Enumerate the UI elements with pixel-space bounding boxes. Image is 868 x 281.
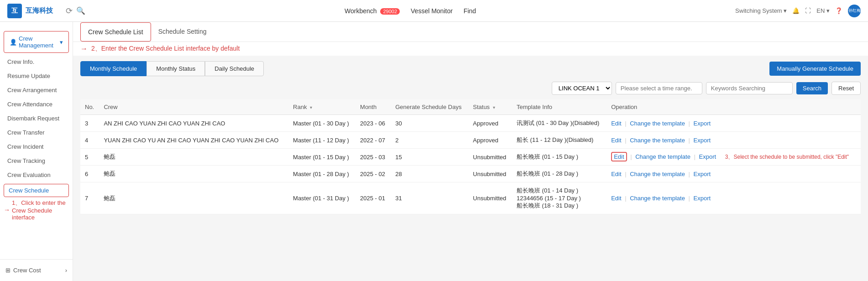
avatar[interactable]: 孙红梅 <box>848 5 861 17</box>
tab-schedule-setting[interactable]: Schedule Setting <box>151 22 214 42</box>
table-row: 5 鲍磊 Master (01 - 15 Day ) 2025 - 03 15 … <box>80 149 861 166</box>
lang-selector[interactable]: EN ▾ <box>816 7 830 14</box>
annotation-row: → 2、Enter the Crew Schedule List interfa… <box>73 42 868 56</box>
search-button[interactable]: Search <box>796 82 828 94</box>
arrow-sidebar-icon: → <box>4 206 10 213</box>
reset-button[interactable]: Reset <box>831 82 861 95</box>
keyword-search-input[interactable] <box>706 82 793 94</box>
switching-system[interactable]: Switching System ▾ <box>735 7 787 14</box>
cell-ops: Edit | Change the template | Export <box>607 182 861 214</box>
col-days: Generate Schedule Days <box>391 99 468 115</box>
export-link-row4[interactable]: Export <box>694 195 711 202</box>
manually-generate-schedule-button[interactable]: Manually Generate Schedule <box>769 62 861 76</box>
sidebar-item-crew-evaluation[interactable]: Crew Evaluation <box>0 168 73 182</box>
content-area: Monthly Schedule Monthly Status Daily Sc… <box>73 56 868 220</box>
sidebar-item-disembark-request[interactable]: Disembark Request <box>0 111 73 125</box>
sidebar: 👤 Crew Management ▾ Crew Info. Resume Up… <box>0 22 73 281</box>
cell-crew: 鲍磊 <box>99 182 288 214</box>
annotation-text: 2、Enter the Crew Schedule List interface… <box>91 45 240 53</box>
edit-link-row2-circled[interactable]: Edit <box>611 152 627 161</box>
workbench-badge: 29002 <box>380 8 400 15</box>
table-row: 3 AN ZHI CAO YUAN ZHI CAO YUAN ZHI CAO M… <box>80 115 861 132</box>
sidebar-bottom: ⊞ Crew Cost › <box>0 259 73 281</box>
main-content: Crew Schedule List Schedule Setting → 2、… <box>73 22 868 281</box>
rank-sort-icon: ▾ <box>310 105 312 110</box>
schedule-table: No. Crew Rank ▾ Month Generate Schedule … <box>80 99 861 214</box>
arrow-annotation-icon: → <box>80 45 88 53</box>
sidebar-item-crew-schedule[interactable]: Crew Schedule <box>4 184 69 197</box>
table-header-row: No. Crew Rank ▾ Month Generate Schedule … <box>80 99 861 115</box>
cell-status: Approved <box>468 132 512 149</box>
table-row: 4 YUAN ZHI CAO YU AN ZHI CAO YUAN ZHI CA… <box>80 132 861 149</box>
help-icon[interactable]: ❓ <box>835 7 842 14</box>
change-template-link-row4[interactable]: Change the template <box>630 195 685 202</box>
page-header: Crew Schedule List Schedule Setting <box>73 22 868 42</box>
cell-month: 2025 - 01 <box>356 182 391 214</box>
logo-text: 互海科技 <box>26 6 53 15</box>
edit-link-row4[interactable]: Edit <box>611 195 621 202</box>
sidebar-section-label: Crew Management <box>19 35 60 49</box>
cell-template: 船长晚班 (01 - 15 Day ) <box>512 149 607 166</box>
export-link-row2[interactable]: Export <box>699 153 716 160</box>
tab-monthly-status[interactable]: Monthly Status <box>146 61 205 76</box>
crew-management-header[interactable]: 👤 Crew Management ▾ <box>4 31 69 53</box>
sidebar-item-crew-info[interactable]: Crew Info. <box>0 55 73 69</box>
export-link-row0[interactable]: Export <box>694 120 711 127</box>
sidebar-item-crew-attendance[interactable]: Crew Attendance <box>0 97 73 111</box>
edit-link-row3[interactable]: Edit <box>611 171 621 177</box>
nav-find[interactable]: Find <box>464 7 476 15</box>
status-sort-icon: ▾ <box>493 105 495 110</box>
template-line-3: 船长晚班 (18 - 31 Day ) <box>517 202 602 210</box>
edit-link-row0[interactable]: Edit <box>611 120 621 127</box>
cell-no: 3 <box>80 115 99 132</box>
cell-crew: YUAN ZHI CAO YU AN ZHI CAO YUAN ZHI CAO … <box>99 132 288 149</box>
cell-no: 5 <box>80 149 99 166</box>
sidebar-item-crew-cost[interactable]: ⊞ Crew Cost › <box>0 263 73 277</box>
change-template-link-row2[interactable]: Change the template <box>635 153 690 160</box>
cell-rank: Master (01 - 15 Day ) <box>288 149 356 166</box>
sidebar-item-crew-arrangement[interactable]: Crew Arrangement <box>0 83 73 97</box>
cell-status: Unsubmitted <box>468 149 512 166</box>
table-row: 6 鲍磊 Master (01 - 28 Day ) 2025 - 02 28 … <box>80 166 861 182</box>
tab-daily-schedule[interactable]: Daily Schedule <box>205 61 264 76</box>
edit-link-row1[interactable]: Edit <box>611 137 621 144</box>
notification-icon[interactable]: 🔔 <box>792 7 800 14</box>
template-line-1: 船长晚班 (01 - 14 Day ) <box>517 187 602 195</box>
cell-no: 4 <box>80 132 99 149</box>
template-line-2: 12344656 (15 - 17 Day ) <box>517 195 602 202</box>
tab-monthly-schedule[interactable]: Monthly Schedule <box>80 61 146 76</box>
sidebar-item-resume-update[interactable]: Resume Update <box>0 69 73 83</box>
tab-crew-schedule-list[interactable]: Crew Schedule List <box>80 22 151 42</box>
logo-icon: 互 <box>7 4 22 18</box>
cell-days: 28 <box>391 166 468 182</box>
col-operation: Operation <box>607 99 861 115</box>
cell-status: Unsubmitted <box>468 182 512 214</box>
fullscreen-icon[interactable]: ⛶ <box>805 7 811 14</box>
col-rank[interactable]: Rank ▾ <box>288 99 356 115</box>
col-template: Template Info <box>512 99 607 115</box>
date-range-input[interactable] <box>616 82 702 94</box>
sidebar-item-crew-tracking[interactable]: Crew Tracking <box>0 154 73 168</box>
cell-rank: Master (01 - 30 Day ) <box>288 115 356 132</box>
change-template-link-row1[interactable]: Change the template <box>630 137 685 144</box>
schedule-tabs-bar: Monthly Schedule Monthly Status Daily Sc… <box>80 61 861 76</box>
change-template-link-row0[interactable]: Change the template <box>630 120 685 127</box>
cell-rank: Master (01 - 28 Day ) <box>288 166 356 182</box>
col-status[interactable]: Status ▾ <box>468 99 512 115</box>
search-nav-icon[interactable]: 🔍 <box>76 6 85 15</box>
col-crew: Crew <box>99 99 288 115</box>
export-link-row3[interactable]: Export <box>694 171 711 177</box>
cell-template: 船长 (11 - 12 Day )(Disabled) <box>512 132 607 149</box>
main-layout: 👤 Crew Management ▾ Crew Info. Resume Up… <box>0 22 868 281</box>
sidebar-item-crew-transfer[interactable]: Crew Transfer <box>0 125 73 140</box>
cell-crew: 鲍磊 <box>99 149 288 166</box>
export-link-row1[interactable]: Export <box>694 137 711 144</box>
history-icon[interactable]: ⟳ <box>66 6 73 16</box>
change-template-link-row3[interactable]: Change the template <box>630 171 685 177</box>
nav-workbench[interactable]: Workbench 29002 <box>345 7 400 15</box>
sidebar-item-crew-incident[interactable]: Crew Incident <box>0 140 73 154</box>
annotation3-text: 3、Select the schedule to be submitted, c… <box>725 153 849 161</box>
cell-status: Unsubmitted <box>468 166 512 182</box>
vessel-select[interactable]: LINK OCEAN 1 <box>552 82 612 95</box>
nav-vessel-monitor[interactable]: Vessel Monitor <box>411 7 453 15</box>
